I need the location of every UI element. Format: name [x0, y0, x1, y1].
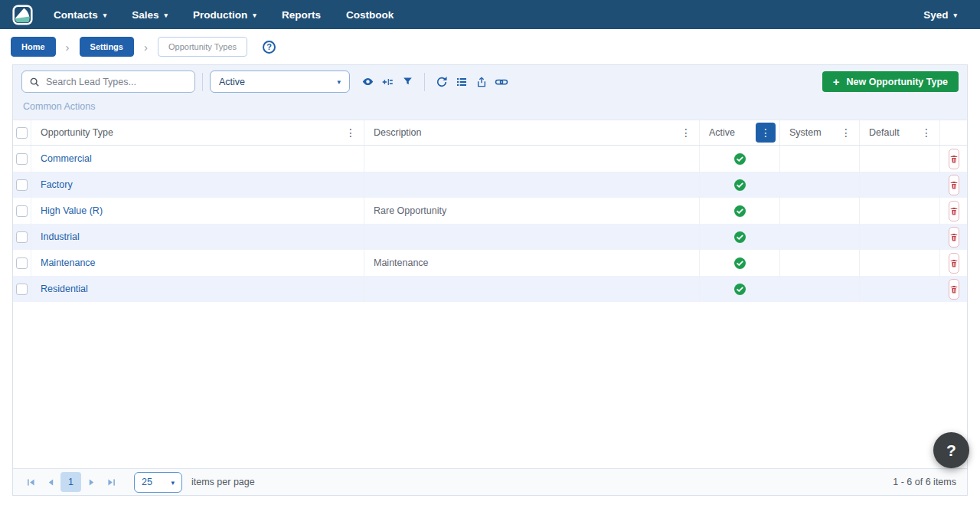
active-cell — [700, 172, 780, 198]
row-checkbox[interactable] — [16, 231, 28, 243]
row-checkbox-cell — [13, 276, 31, 302]
help-fab-button[interactable]: ? — [933, 432, 969, 468]
last-page-button[interactable] — [101, 472, 121, 492]
search-icon — [29, 77, 40, 87]
delete-button[interactable] — [949, 201, 959, 221]
default-cell — [860, 172, 940, 198]
row-checkbox[interactable] — [16, 257, 28, 269]
delete-button[interactable] — [949, 253, 959, 274]
breadcrumb-current-page: Opportunity Types — [158, 37, 247, 57]
refresh-button[interactable] — [432, 72, 452, 92]
breadcrumb-help-icon[interactable]: ? — [263, 41, 276, 54]
active-check-icon — [734, 205, 746, 217]
export-button[interactable] — [472, 72, 492, 92]
opportunity-type-link[interactable]: Commercial — [41, 153, 92, 164]
row-checkbox[interactable] — [16, 284, 28, 295]
system-cell — [780, 172, 860, 198]
add-column-button[interactable] — [377, 72, 397, 92]
default-cell — [860, 250, 940, 276]
breadcrumb-settings-button[interactable]: Settings — [80, 37, 134, 57]
system-cell — [780, 146, 860, 172]
active-check-icon — [734, 257, 746, 269]
next-page-icon — [87, 477, 96, 487]
nav-sales[interactable]: Sales ▾ — [132, 9, 168, 21]
header-opportunity-type: Opportunity Type ⋮ — [31, 120, 364, 145]
opportunity-type-cell: Maintenance — [31, 250, 364, 276]
delete-button[interactable] — [949, 279, 959, 300]
common-actions-link[interactable]: Common Actions — [23, 101, 95, 112]
actions-cell — [940, 276, 967, 302]
header-default-label: Default — [869, 127, 900, 138]
chevron-down-icon: ▾ — [165, 12, 168, 19]
column-menu-button-active[interactable]: ⋮ — [756, 123, 776, 143]
description-cell — [364, 276, 700, 302]
delete-button[interactable] — [949, 175, 959, 195]
nav-costbook[interactable]: Costbook — [346, 9, 394, 21]
app-logo-icon[interactable] — [12, 5, 33, 25]
trash-icon — [949, 284, 959, 294]
link-icon — [495, 75, 508, 89]
eye-icon — [361, 75, 374, 88]
first-page-button[interactable] — [21, 472, 41, 492]
toolbar-divider — [424, 73, 425, 91]
header-system-label: System — [789, 127, 822, 138]
status-filter-value: Active — [219, 77, 245, 87]
previous-page-icon — [46, 477, 56, 487]
search-input[interactable] — [46, 77, 188, 87]
breadcrumb-separator-icon: › — [66, 41, 70, 53]
opportunity-type-link[interactable]: Residential — [41, 284, 88, 294]
row-checkbox-cell — [13, 224, 31, 250]
delete-button[interactable] — [949, 227, 959, 248]
active-check-icon — [734, 284, 746, 295]
row-checkbox[interactable] — [16, 179, 28, 191]
header-system: System ⋮ — [780, 120, 860, 145]
opportunity-type-link[interactable]: Industrial — [41, 231, 80, 242]
select-all-checkbox[interactable] — [16, 127, 28, 139]
opportunity-type-cell: Commercial — [31, 146, 364, 172]
column-menu-button[interactable]: ⋮ — [917, 123, 936, 142]
active-cell — [700, 146, 780, 172]
delete-button[interactable] — [949, 149, 959, 169]
pagination-bar: 1 25 ▾ items per page 1 - 6 of 6 items — [13, 468, 967, 495]
add-column-icon — [381, 76, 394, 88]
column-menu-button[interactable]: ⋮ — [837, 123, 855, 142]
opportunity-type-link[interactable]: Maintenance — [41, 257, 96, 268]
system-cell — [780, 198, 860, 224]
page-size-value: 25 — [142, 477, 152, 487]
filter-button[interactable] — [397, 72, 417, 92]
page-size-dropdown[interactable]: 25 ▾ — [134, 472, 182, 493]
link-button[interactable] — [492, 72, 511, 92]
nav-reports[interactable]: Reports — [282, 9, 321, 21]
header-description: Description ⋮ — [364, 120, 700, 145]
list-view-button[interactable] — [452, 72, 472, 92]
page-number-button[interactable]: 1 — [60, 472, 81, 492]
previous-page-button[interactable] — [41, 472, 60, 492]
column-menu-button[interactable]: ⋮ — [341, 123, 360, 142]
active-check-icon — [734, 179, 746, 191]
nav-production[interactable]: Production ▾ — [193, 9, 256, 21]
table-header: Opportunity Type ⋮ Description ⋮ Active … — [13, 120, 967, 146]
row-checkbox[interactable] — [16, 205, 28, 217]
status-filter-dropdown[interactable]: Active ▾ — [210, 71, 350, 93]
table-empty-area — [13, 302, 967, 468]
nav-sales-label: Sales — [132, 9, 158, 21]
active-cell — [700, 276, 780, 302]
column-menu-button[interactable]: ⋮ — [677, 123, 695, 142]
opportunity-type-link[interactable]: High Value (R) — [41, 205, 103, 216]
description-cell — [364, 172, 700, 198]
description-cell: Rare Opportunity — [364, 198, 700, 224]
opportunity-type-link[interactable]: Factory — [41, 179, 73, 190]
view-columns-button[interactable] — [358, 72, 377, 92]
nav-contacts[interactable]: Contacts ▾ — [54, 9, 106, 21]
user-menu[interactable]: Syed ▾ — [923, 9, 957, 21]
new-opportunity-type-button[interactable]: + New Opportunity Type — [822, 71, 959, 92]
chevron-down-icon: ▾ — [337, 79, 341, 86]
row-checkbox-cell — [13, 146, 31, 172]
actions-cell — [940, 224, 967, 250]
next-page-button[interactable] — [81, 472, 101, 492]
actions-cell — [940, 198, 967, 224]
header-actions — [940, 120, 967, 145]
row-checkbox[interactable] — [16, 153, 28, 165]
breadcrumb-home-button[interactable]: Home — [11, 37, 56, 57]
grid-toolbar: Active ▾ — [13, 65, 967, 120]
